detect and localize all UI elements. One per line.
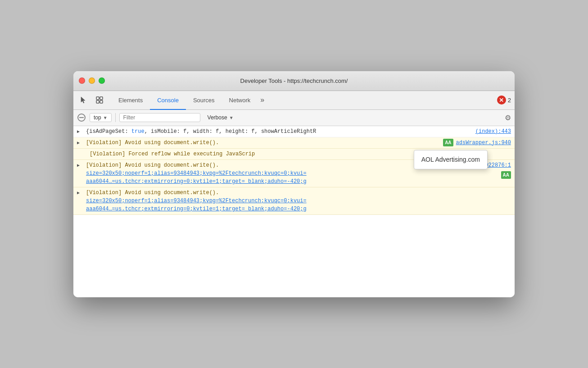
minimize-button[interactable] xyxy=(89,77,95,84)
inspect-icon[interactable] xyxy=(93,94,106,106)
console-line-content-2: [Violation] Avoid using document.write()… xyxy=(86,139,439,147)
devtools-window: Developer Tools - https://techcrunch.com… xyxy=(73,71,515,297)
aa-badge-2: AA xyxy=(501,171,511,179)
more-tabs-button[interactable]: » xyxy=(258,91,267,110)
svg-rect-2 xyxy=(96,100,99,103)
expand-arrow-2[interactable]: ▶ xyxy=(77,140,80,146)
tab-sources[interactable]: Sources xyxy=(186,91,222,110)
error-icon: ✕ xyxy=(497,95,506,104)
aa-badge-1: AA xyxy=(443,139,453,146)
tab-elements[interactable]: Elements xyxy=(111,91,150,110)
expand-arrow-4[interactable]: ▶ xyxy=(77,190,80,196)
titlebar: Developer Tools - https://techcrunch.com… xyxy=(73,71,515,91)
tab-network[interactable]: Network xyxy=(222,91,258,110)
console-line-content-5: [Violation] Avoid using document.write()… xyxy=(86,189,507,213)
error-badge: ✕ 2 xyxy=(497,95,511,104)
console-line-index: ▶ {isAdPageSet: true, isMobile: f, width… xyxy=(73,126,515,137)
url-link-4[interactable]: aaa6044…=us.tchcr;extmirroring=0;kvtile=… xyxy=(86,205,507,213)
url-link-1[interactable]: size=320x50;noperf=1;alias=93484943;kvpg… xyxy=(86,169,462,177)
settings-icon[interactable]: ⚙ xyxy=(505,114,511,122)
expand-arrow-3[interactable]: ▶ xyxy=(77,162,80,169)
svg-rect-0 xyxy=(96,97,99,100)
console-line-violation-1: ▶ [Violation] Avoid using document.write… xyxy=(73,137,515,149)
filter-input[interactable] xyxy=(119,113,200,122)
console-toolbar: top ▼ Verbose ▼ ⚙ xyxy=(73,110,515,126)
url-link-3[interactable]: size=320x50;noperf=1;alias=93484943;kvpg… xyxy=(86,197,507,205)
expand-arrow-1[interactable]: ▶ xyxy=(77,128,80,135)
traffic-lights xyxy=(79,77,105,84)
maximize-button[interactable] xyxy=(99,77,105,84)
tab-bar: Elements Console Sources Network » ✕ 2 xyxy=(73,91,515,110)
close-button[interactable] xyxy=(79,77,85,84)
verbose-dropdown-arrow: ▼ xyxy=(229,115,234,120)
line-right-1: (index):443 xyxy=(475,127,511,136)
no-entry-icon xyxy=(77,114,86,122)
tab-console[interactable]: Console xyxy=(150,91,186,110)
clear-console-button[interactable] xyxy=(77,113,86,122)
toolbar-divider xyxy=(115,113,116,122)
source-link-1[interactable]: (index):443 xyxy=(475,127,511,136)
verbose-selector[interactable]: Verbose ▼ xyxy=(204,114,237,122)
toolbar-icons xyxy=(77,94,106,106)
source-link-2[interactable]: adsWrapper.js:940 xyxy=(456,139,511,147)
console-line-content-1: {isAdPageSet: true, isMobile: f, width: … xyxy=(86,127,472,136)
window-title: Developer Tools - https://techcrunch.com… xyxy=(240,77,348,84)
cursor-icon[interactable] xyxy=(77,94,90,106)
console-line-content-4: [Violation] Avoid using document.write()… xyxy=(86,161,462,186)
console-line-violation-4: ▶ [Violation] Avoid using document.write… xyxy=(73,187,515,215)
line-right-2: AA adsWrapper.js:940 xyxy=(443,139,511,147)
error-count: 2 xyxy=(508,97,511,104)
context-dropdown-arrow: ▼ xyxy=(103,115,108,120)
url-link-2[interactable]: aaa6044…=us.tchcr;extmirroring=0;kvtile=… xyxy=(86,177,462,186)
tabs: Elements Console Sources Network » xyxy=(111,91,497,109)
toolbar-right: ✕ 2 xyxy=(497,95,511,104)
svg-rect-3 xyxy=(100,100,103,103)
console-output: ▶ {isAdPageSet: true, isMobile: f, width… xyxy=(73,126,515,297)
context-selector[interactable]: top ▼ xyxy=(90,113,112,122)
svg-rect-1 xyxy=(100,97,103,100)
tooltip-aol: AOL Advertising.com xyxy=(414,150,488,169)
